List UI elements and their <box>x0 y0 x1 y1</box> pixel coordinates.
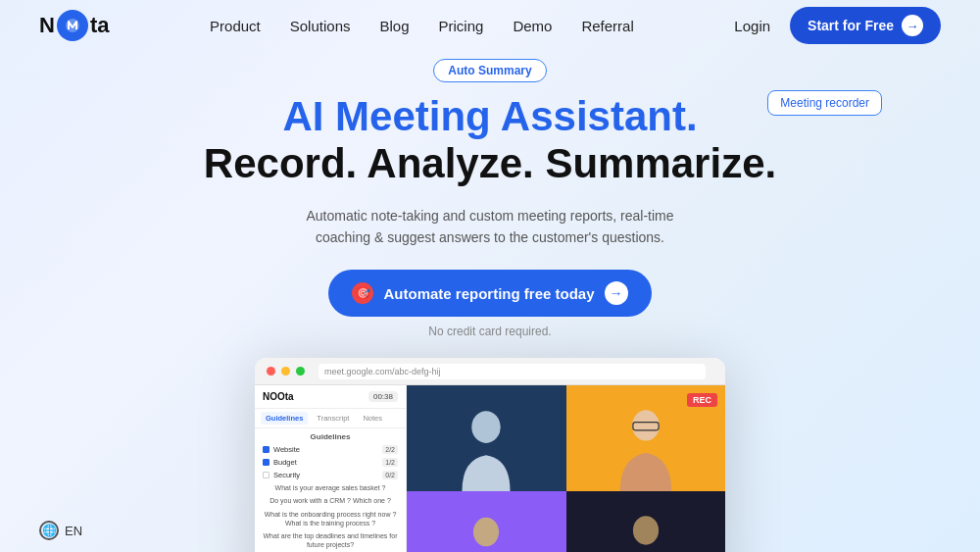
nav-right: Login Start for Free → <box>734 7 941 44</box>
hero-section: Auto Summary Meeting recorder AI Meeting… <box>0 51 980 552</box>
svg-point-2 <box>632 410 660 440</box>
start-free-button[interactable]: Start for Free → <box>790 7 941 44</box>
video-cell-4 <box>566 491 726 552</box>
browser-dot-yellow <box>281 367 290 376</box>
noota-panel: NOOta 00:38 Guidelines Transcript Notes … <box>255 385 407 552</box>
navbar: N ta Product Solutions Blog Pricing Demo… <box>0 0 980 51</box>
svg-point-4 <box>473 518 499 546</box>
cta-arrow-icon: → <box>605 281 628 305</box>
noota-tab-notes[interactable]: Notes <box>358 412 387 425</box>
checklist-score-2: 0/2 <box>382 471 398 479</box>
language-label: EN <box>65 524 82 538</box>
noota-question-1: Do you work with a CRM ? Which one ? <box>255 494 406 507</box>
checkbox-website[interactable] <box>263 446 270 453</box>
checklist-score-0: 2/2 <box>382 445 398 454</box>
noota-tabs: Guidelines Transcript Notes <box>255 409 406 428</box>
checklist-item-2: Security 0/2 <box>263 469 398 481</box>
meeting-recorder-badge[interactable]: Meeting recorder <box>767 90 882 116</box>
nav-pricing[interactable]: Pricing <box>439 18 484 34</box>
nav-demo[interactable]: Demo <box>513 18 552 34</box>
auto-summary-badge[interactable]: Auto Summary <box>433 59 546 82</box>
noota-tab-guidelines[interactable]: Guidelines <box>261 412 308 425</box>
url-text: meet.google.com/abc-defg-hij <box>324 367 441 376</box>
checkbox-budget[interactable] <box>263 459 270 466</box>
logo[interactable]: N ta <box>39 10 109 41</box>
browser-bar: meet.google.com/abc-defg-hij <box>255 358 725 385</box>
hero-subtitle: Automatic note-taking and custom meeting… <box>284 205 696 249</box>
noota-timer: 00:38 <box>368 391 398 402</box>
noota-question-3: What are the top deadlines and timelines… <box>255 529 406 551</box>
checklist-score-1: 1/2 <box>382 458 398 467</box>
video-panel: REC <box>407 385 725 552</box>
rec-badge: REC <box>687 393 717 407</box>
globe-icon: 🌐 <box>39 521 59 540</box>
video-cell-3 <box>407 491 566 552</box>
noota-question-2: What is the onboarding process right now… <box>255 508 406 529</box>
svg-point-1 <box>472 411 501 443</box>
browser-dot-red <box>267 367 275 376</box>
login-link[interactable]: Login <box>734 18 770 34</box>
dashboard-preview: meet.google.com/abc-defg-hij NOOta 00:38… <box>255 358 725 552</box>
nav-solutions[interactable]: Solutions <box>290 18 351 34</box>
checklist-label-1: Budget <box>273 458 297 467</box>
no-credit-text: No credit card required. <box>0 325 980 338</box>
browser-dot-green <box>296 367 305 376</box>
noota-checklist: Website 2/2 Budget 1/2 Security 0/2 <box>255 443 406 481</box>
logo-text-n: N <box>39 13 55 38</box>
cta-label: Automate reporting free today <box>383 285 594 302</box>
svg-point-5 <box>633 517 659 545</box>
nav-product[interactable]: Product <box>210 18 261 34</box>
noota-question-0: What is your average sales basket ? <box>255 481 406 494</box>
cta-button[interactable]: 🎯 Automate reporting free today → <box>328 270 651 317</box>
noota-tab-transcript[interactable]: Transcript <box>312 412 354 425</box>
start-free-label: Start for Free <box>808 18 894 33</box>
checklist-item-1: Budget 1/2 <box>263 456 398 469</box>
checklist-label-0: Website <box>273 445 300 454</box>
nav-blog[interactable]: Blog <box>379 18 409 34</box>
logo-text-ta: ta <box>90 13 110 38</box>
hero-title-dark: Record. Analyze. Summarize. <box>0 139 980 188</box>
noota-app-header: NOOta 00:38 <box>255 385 406 409</box>
browser-url-bar: meet.google.com/abc-defg-hij <box>318 364 706 379</box>
noota-section-label: Guidelines <box>255 428 406 443</box>
logo-icon <box>57 10 88 41</box>
start-free-arrow-icon: → <box>902 15 923 36</box>
checklist-label-2: Security <box>273 471 300 479</box>
browser-content: NOOta 00:38 Guidelines Transcript Notes … <box>255 385 725 552</box>
checklist-item-0: Website 2/2 <box>263 443 398 456</box>
video-cell-1 <box>407 385 566 491</box>
noota-app-logo: NOOta <box>263 391 294 402</box>
video-cell-2: REC <box>566 385 726 491</box>
checkbox-security[interactable] <box>263 472 270 478</box>
nav-referral[interactable]: Referral <box>581 18 633 34</box>
language-selector[interactable]: 🌐 EN <box>39 521 82 540</box>
browser-window: meet.google.com/abc-defg-hij NOOta 00:38… <box>255 358 725 552</box>
fire-icon: 🎯 <box>352 282 373 304</box>
nav-links: Product Solutions Blog Pricing Demo Refe… <box>210 18 634 34</box>
